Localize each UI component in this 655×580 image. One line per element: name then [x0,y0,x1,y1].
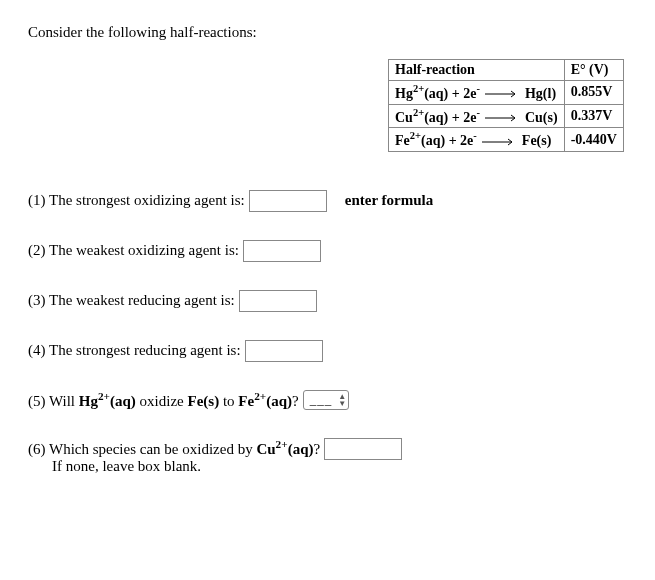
q1-input[interactable] [249,190,327,212]
q5-select[interactable]: ___ ▲▼ [303,390,349,410]
q1-label: (1) The strongest oxidizing agent is: [28,192,245,209]
table-row: Fe2+(aq) + 2e- Fe(s) -0.440V [389,128,624,152]
q4-label: (4) The strongest reducing agent is: [28,342,241,359]
q6-label: (6) Which species can be oxidized by Cu2… [28,438,320,475]
intro-text: Consider the following half-reactions: [28,24,627,41]
table-row: Hg2+(aq) + 2e- Hg(l) 0.855V [389,81,624,105]
q2-label: (2) The weakest oxidizing agent is: [28,242,239,259]
table-header-reaction: Half-reaction [389,60,565,81]
half-reaction-table: Half-reaction E° (V) Hg2+(aq) + 2e- Hg(l… [388,59,627,152]
q6-input[interactable] [324,438,402,460]
q2-input[interactable] [243,240,321,262]
arrow-icon [482,138,516,146]
q1-hint: enter formula [345,192,433,209]
arrow-icon [485,114,519,122]
q4-input[interactable] [245,340,323,362]
q5-label: (5) Will Hg2+(aq) oxidize Fe(s) to Fe2+(… [28,390,299,410]
arrow-icon [485,90,519,98]
q3-input[interactable] [239,290,317,312]
table-header-potential: E° (V) [564,60,623,81]
table-row: Cu2+(aq) + 2e- Cu(s) 0.337V [389,104,624,128]
q3-label: (3) The weakest reducing agent is: [28,292,235,309]
chevron-up-down-icon: ▲▼ [338,393,346,407]
